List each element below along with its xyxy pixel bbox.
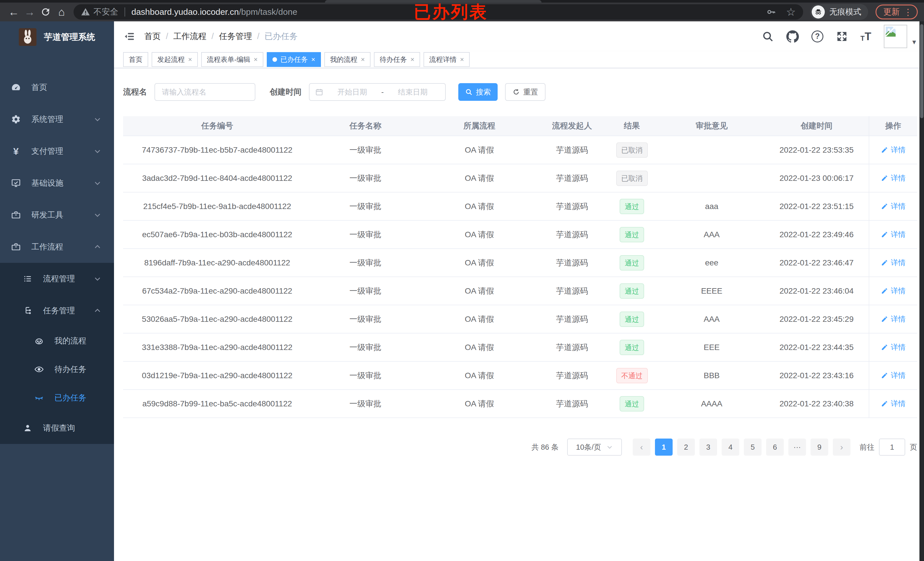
page-button[interactable]: 3 bbox=[699, 438, 717, 456]
close-icon[interactable]: × bbox=[410, 56, 414, 63]
eye-open-icon bbox=[33, 365, 45, 374]
page-ellipsis-button[interactable]: ··· bbox=[788, 438, 806, 456]
detail-link-label: 详情 bbox=[891, 399, 906, 408]
pagination-total: 共 86 条 bbox=[531, 442, 559, 452]
page-button[interactable]: 9 bbox=[811, 438, 828, 456]
chevron-down-icon bbox=[93, 211, 102, 219]
update-label: 更新 bbox=[883, 6, 900, 18]
bookmark-star-icon[interactable]: ☆ bbox=[786, 6, 796, 18]
date-range-input[interactable]: 开始日期 - 结束日期 bbox=[309, 83, 446, 101]
search-button[interactable]: 搜索 bbox=[458, 83, 498, 101]
detail-link[interactable]: 详情 bbox=[881, 173, 906, 183]
page-button[interactable]: 2 bbox=[677, 438, 695, 456]
font-size-icon[interactable]: TT bbox=[861, 31, 871, 42]
sidebar-item-leave-query[interactable]: 请假查询 bbox=[0, 412, 114, 444]
avatar[interactable] bbox=[884, 25, 907, 48]
help-icon[interactable]: ? bbox=[812, 30, 824, 42]
cell-create-time: 2022-01-22 23:51:15 bbox=[764, 202, 869, 211]
close-icon[interactable]: × bbox=[188, 56, 192, 63]
page-button[interactable]: 1 bbox=[655, 438, 673, 456]
breadcrumb-workflow[interactable]: 工作流程 bbox=[173, 31, 206, 42]
sidebar-item-my-process[interactable]: 我的流程 bbox=[0, 327, 114, 355]
not-secure-label[interactable]: 不安全 bbox=[93, 6, 118, 18]
tab-todo-tasks[interactable]: 待办任务 × bbox=[374, 52, 420, 67]
prev-page-button[interactable]: ‹ bbox=[633, 438, 650, 456]
detail-link[interactable]: 详情 bbox=[881, 145, 906, 155]
date-range-separator: - bbox=[381, 88, 384, 97]
browser-reload-icon[interactable] bbox=[38, 4, 54, 20]
close-icon[interactable]: × bbox=[254, 56, 258, 63]
search-icon[interactable] bbox=[762, 30, 774, 42]
sidebar-item-home[interactable]: 首页 bbox=[0, 72, 114, 103]
sidebar-item-todo-tasks[interactable]: 待办任务 bbox=[0, 355, 114, 384]
tab-done-tasks[interactable]: 已办任务 × bbox=[267, 52, 321, 67]
breadcrumb-task-mgmt[interactable]: 任务管理 bbox=[219, 31, 252, 42]
close-icon[interactable]: × bbox=[311, 56, 315, 63]
cell-process: OA 请假 bbox=[420, 370, 539, 381]
sidebar-item-workflow[interactable]: 工作流程 bbox=[0, 231, 114, 263]
tab-home[interactable]: 首页 bbox=[123, 52, 148, 67]
url-divider bbox=[124, 7, 125, 16]
breadcrumb-home[interactable]: 首页 bbox=[144, 31, 161, 42]
tab-my-process[interactable]: 我的流程 × bbox=[324, 52, 370, 67]
cell-task-id: 67c534a2-7b9a-11ec-a290-acde48001122 bbox=[123, 286, 311, 296]
close-icon[interactable]: × bbox=[361, 56, 365, 63]
cell-task-id: 53026aa5-7b9a-11ec-a290-acde48001122 bbox=[123, 315, 311, 324]
sidebar-item-done-tasks[interactable]: 已办任务 bbox=[0, 384, 114, 412]
page-jumper-input[interactable] bbox=[879, 438, 905, 456]
col-header-task-name: 任务名称 bbox=[311, 120, 420, 131]
detail-link-label: 详情 bbox=[891, 371, 906, 380]
sidebar-menu: 首页 系统管理 ¥ 支付管理 bbox=[0, 72, 114, 444]
cell-result: 已取消 bbox=[605, 171, 659, 186]
close-icon[interactable]: × bbox=[460, 56, 464, 63]
detail-link[interactable]: 详情 bbox=[881, 371, 906, 380]
cell-starter: 芋道源码 bbox=[539, 229, 605, 240]
cell-task-name: 一级审批 bbox=[311, 229, 420, 240]
hamburger-icon[interactable] bbox=[123, 30, 136, 43]
done-task-table: 任务编号 任务名称 所属流程 流程发起人 结果 审批意见 创建时间 操作 747… bbox=[123, 116, 917, 418]
github-icon[interactable] bbox=[786, 30, 799, 43]
cell-process: OA 请假 bbox=[420, 342, 539, 353]
next-page-button[interactable]: › bbox=[833, 438, 850, 456]
sidebar-item-payment[interactable]: ¥ 支付管理 bbox=[0, 135, 114, 167]
detail-link[interactable]: 详情 bbox=[881, 314, 906, 324]
detail-link[interactable]: 详情 bbox=[881, 258, 906, 268]
detail-link[interactable]: 详情 bbox=[881, 201, 906, 211]
browser-home-icon[interactable]: ⌂ bbox=[54, 4, 69, 20]
page-button[interactable]: 4 bbox=[722, 438, 740, 456]
page-size-value: 10条/页 bbox=[576, 442, 601, 452]
page-size-select[interactable]: 10条/页 bbox=[567, 438, 622, 456]
fullscreen-icon[interactable] bbox=[836, 30, 848, 42]
app-logo-row[interactable]: 芋道管理系统 bbox=[0, 21, 114, 53]
cell-result: 通过 bbox=[605, 255, 659, 271]
tab-process-detail[interactable]: 流程详情 × bbox=[423, 52, 470, 67]
tab-start-process[interactable]: 发起流程 × bbox=[152, 52, 198, 67]
page-button[interactable]: 6 bbox=[766, 438, 784, 456]
sidebar-item-label: 请假查询 bbox=[43, 423, 75, 434]
password-key-icon[interactable] bbox=[766, 7, 776, 17]
detail-link-label: 详情 bbox=[891, 258, 906, 268]
sidebar-item-process-mgmt[interactable]: 流程管理 bbox=[0, 263, 114, 295]
process-name-input[interactable] bbox=[154, 83, 255, 101]
scrollbar-thumb[interactable] bbox=[920, 24, 923, 118]
browser-scrollbar[interactable] bbox=[920, 21, 924, 561]
page-button[interactable]: 5 bbox=[744, 438, 762, 456]
sidebar-item-system[interactable]: 系统管理 bbox=[0, 103, 114, 135]
tab-label: 流程表单-编辑 bbox=[207, 55, 250, 64]
browser-back-icon[interactable]: ← bbox=[6, 4, 22, 20]
tab-process-form-edit[interactable]: 流程表单-编辑 × bbox=[201, 52, 263, 67]
browser-menu-icon[interactable]: ⋮ bbox=[904, 7, 913, 17]
update-button[interactable]: 更新 ⋮ bbox=[876, 4, 918, 19]
browser-forward-icon[interactable]: → bbox=[22, 4, 38, 20]
sidebar-item-devtools[interactable]: 研发工具 bbox=[0, 199, 114, 231]
detail-link[interactable]: 详情 bbox=[881, 286, 906, 296]
caret-down-icon[interactable]: ▾ bbox=[912, 37, 916, 48]
detail-link[interactable]: 详情 bbox=[881, 342, 906, 352]
sidebar-item-task-mgmt[interactable]: 任务管理 bbox=[0, 295, 114, 327]
reset-button[interactable]: 重置 bbox=[505, 83, 546, 101]
detail-link[interactable]: 详情 bbox=[881, 229, 906, 239]
detail-link[interactable]: 详情 bbox=[881, 399, 906, 408]
sidebar-item-infra[interactable]: 基础设施 bbox=[0, 167, 114, 199]
chevron-down-icon bbox=[93, 179, 102, 187]
cell-actions: 详情 bbox=[869, 277, 917, 305]
